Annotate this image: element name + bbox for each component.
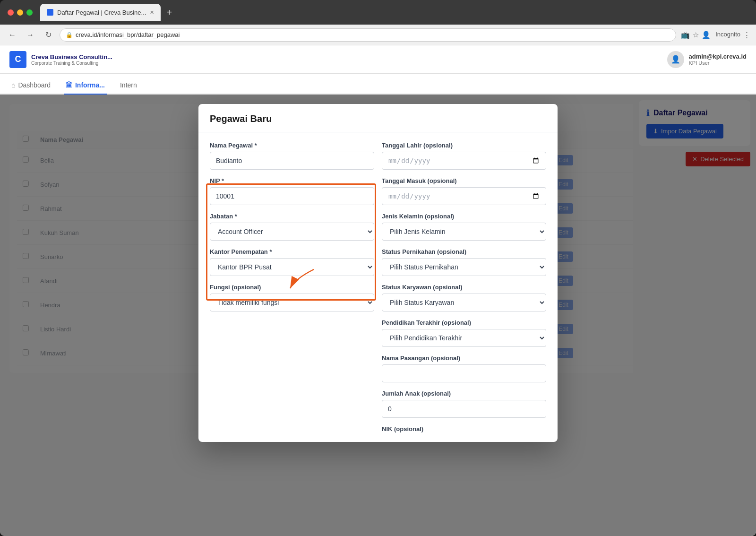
right-column: Tanggal Lahir (opsional) Tanggal Masuk (…	[382, 142, 546, 432]
status-pernikahan-group: Status Pernikahan (opsional) Pilih Statu…	[382, 248, 546, 276]
toolbar-actions: 📺 ☆ 👤 Incognito ⋮	[681, 31, 750, 39]
traffic-lights	[8, 9, 33, 16]
incognito-label: Incognito	[715, 31, 740, 39]
tanggal-masuk-input[interactable]	[382, 187, 546, 205]
kantor-label: Kantor Penempatan *	[210, 248, 374, 255]
modal-title: Pegawai Baru	[210, 113, 546, 124]
logo-area: C Creva Business Consultin... Corporate …	[9, 51, 112, 68]
tab-title: Daftar Pegawai | Creva Busine...	[57, 9, 146, 16]
pendidikan-group: Pendidikan Terakhir (opsional) Pilih Pen…	[382, 319, 546, 347]
nav-item-informasi[interactable]: 🏛 Informa...	[64, 77, 107, 95]
status-pernikahan-label: Status Pernikahan (opsional)	[382, 248, 546, 255]
tab-close-icon[interactable]: ✕	[150, 9, 154, 16]
user-area: 👤 admin@kpi.creva.id KPI User	[667, 51, 747, 68]
nama-pegawai-label: Nama Pegawai *	[210, 142, 374, 149]
app-body: Filter Nama Pegawai KPI User	[0, 95, 756, 536]
nik-label: NIK (opsional)	[382, 425, 546, 432]
nama-pasangan-group: Nama Pasangan (opsional)	[382, 354, 546, 382]
status-karyawan-select[interactable]: Pilih Status Karyawan Tetap Kontrak	[382, 294, 546, 311]
forward-button[interactable]: →	[24, 28, 37, 42]
left-column: Nama Pegawai * NIP * Jabat	[210, 142, 374, 432]
nama-pegawai-input[interactable]	[210, 152, 374, 170]
user-name: admin@kpi.creva.id	[689, 53, 747, 60]
active-tab[interactable]: Daftar Pegawai | Creva Busine... ✕	[40, 4, 161, 21]
tanggal-lahir-group: Tanggal Lahir (opsional)	[382, 142, 546, 170]
nama-pasangan-input[interactable]	[382, 364, 546, 382]
menu-icon[interactable]: ⋮	[743, 31, 750, 39]
building-icon: 🏛	[66, 81, 72, 89]
status-pernikahan-select[interactable]: Pilih Status Pernikahan Belum Menikah Me…	[382, 258, 546, 276]
kantor-group: Kantor Penempatan * Kantor BPR Pusat Kan…	[210, 248, 374, 276]
tanggal-lahir-input[interactable]	[382, 152, 546, 170]
nama-pasangan-label: Nama Pasangan (opsional)	[382, 354, 546, 362]
logo-sub: Corporate Training & Consulting	[31, 61, 112, 66]
app-header: C Creva Business Consultin... Corporate …	[0, 45, 756, 74]
bookmark-icon[interactable]: ☆	[693, 31, 699, 39]
app-nav: ⌂ Dashboard 🏛 Informa... Intern	[0, 74, 756, 95]
modal-overlay: Pegawai Baru Nama Pegawai *	[0, 95, 756, 536]
pendidikan-label: Pendidikan Terakhir (opsional)	[382, 319, 546, 326]
nama-pegawai-group: Nama Pegawai *	[210, 142, 374, 170]
nav-item-dashboard[interactable]: ⌂ Dashboard	[9, 77, 52, 95]
nip-group: NIP *	[210, 177, 374, 205]
new-tab-button[interactable]: +	[163, 6, 176, 19]
jumlah-anak-label: Jumlah Anak (opsional)	[382, 390, 546, 397]
nav-item-intern[interactable]: Intern	[118, 77, 139, 95]
modal-body: Nama Pegawai * NIP * Jabat	[198, 132, 558, 442]
logo-text: Creva Business Consultin... Corporate Tr…	[31, 53, 112, 66]
nip-label: NIP *	[210, 177, 374, 184]
close-window-button[interactable]	[8, 9, 14, 16]
jabatan-select[interactable]: Account Officer Manager Supervisor Staff	[210, 223, 374, 241]
jumlah-anak-group: Jumlah Anak (opsional)	[382, 390, 546, 418]
tab-favicon	[47, 9, 53, 16]
logo-name: Creva Business Consultin...	[31, 53, 112, 61]
tanggal-lahir-label: Tanggal Lahir (opsional)	[382, 142, 546, 149]
avatar: 👤	[667, 51, 684, 68]
status-karyawan-group: Status Karyawan (opsional) Pilih Status …	[382, 284, 546, 311]
browser-toolbar: ← → ↻ 🔒 creva.id/informasi_bpr/daftar_pe…	[0, 25, 756, 45]
home-icon: ⌂	[11, 81, 15, 89]
new-employee-modal: Pegawai Baru Nama Pegawai *	[198, 104, 558, 442]
browser-window: Daftar Pegawai | Creva Busine... ✕ + ← →…	[0, 0, 756, 536]
nip-input[interactable]	[210, 187, 374, 205]
nik-group: NIK (opsional)	[382, 425, 546, 432]
modal-header: Pegawai Baru	[198, 104, 558, 132]
lock-icon: 🔒	[66, 32, 73, 38]
fungsi-group: Fungsi (opsional) Tidak memiliki fungsi …	[210, 284, 374, 311]
browser-titlebar: Daftar Pegawai | Creva Busine... ✕ +	[0, 0, 756, 25]
logo-initial: C	[15, 54, 21, 64]
minimize-window-button[interactable]	[17, 9, 23, 16]
user-role: KPI User	[689, 60, 747, 66]
form-grid: Nama Pegawai * NIP * Jabat	[210, 142, 546, 432]
main-content: Filter Nama Pegawai KPI User	[0, 95, 756, 536]
profile-icon[interactable]: 👤	[702, 31, 711, 39]
tab-bar: Daftar Pegawai | Creva Busine... ✕ +	[40, 4, 748, 21]
address-bar[interactable]: 🔒 creva.id/informasi_bpr/daftar_pegawai	[60, 28, 676, 42]
user-info: admin@kpi.creva.id KPI User	[689, 53, 747, 66]
logo-icon: C	[9, 51, 26, 68]
kantor-select[interactable]: Kantor BPR Pusat Kantor Cabang	[210, 258, 374, 276]
jenis-kelamin-select[interactable]: Pilih Jenis Kelamin Laki-laki Perempuan	[382, 223, 546, 241]
pendidikan-select[interactable]: Pilih Pendidikan Terakhir SMA/SMK D3 S1	[382, 329, 546, 347]
jabatan-label: Jabatan *	[210, 213, 374, 220]
jenis-kelamin-group: Jenis Kelamin (opsional) Pilih Jenis Kel…	[382, 213, 546, 241]
nav-label-intern: Intern	[120, 81, 137, 89]
refresh-button[interactable]: ↻	[42, 28, 55, 42]
fungsi-select[interactable]: Tidak memiliki fungsi Marketing Operasio…	[210, 294, 374, 311]
fungsi-label: Fungsi (opsional)	[210, 284, 374, 291]
cast-icon[interactable]: 📺	[681, 31, 690, 39]
url-text: creva.id/informasi_bpr/daftar_pegawai	[76, 31, 180, 38]
nav-label-dashboard: Dashboard	[18, 81, 51, 89]
tanggal-masuk-group: Tanggal Masuk (opsional)	[382, 177, 546, 205]
nav-label-informasi: Informa...	[75, 81, 105, 89]
back-button[interactable]: ←	[6, 28, 19, 42]
jenis-kelamin-label: Jenis Kelamin (opsional)	[382, 213, 546, 220]
app-content: C Creva Business Consultin... Corporate …	[0, 45, 756, 536]
jabatan-group: Jabatan * Account Officer Manager Superv…	[210, 213, 374, 241]
status-karyawan-label: Status Karyawan (opsional)	[382, 284, 546, 291]
jumlah-anak-input[interactable]	[382, 400, 546, 418]
maximize-window-button[interactable]	[26, 9, 33, 16]
tanggal-masuk-label: Tanggal Masuk (opsional)	[382, 177, 546, 184]
